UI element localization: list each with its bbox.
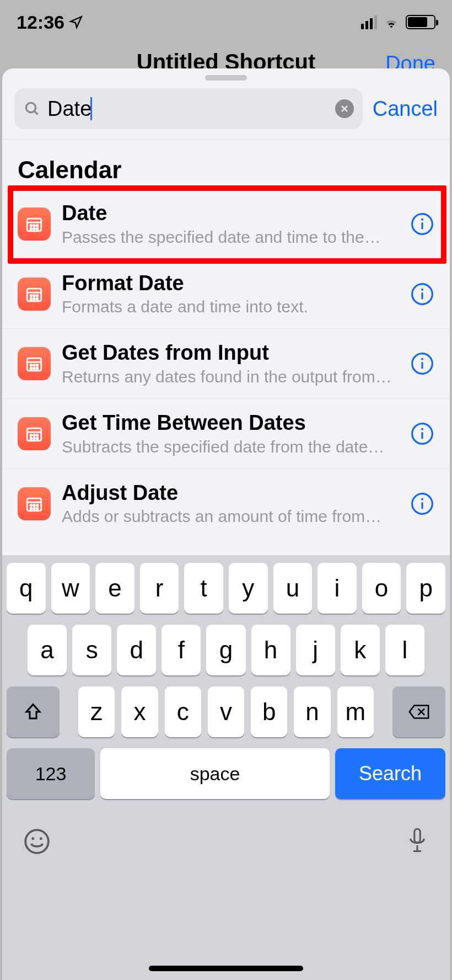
calendar-icon <box>18 487 51 520</box>
svg-line-1 <box>34 111 37 114</box>
key-s[interactable]: s <box>72 625 111 675</box>
svg-point-61 <box>25 830 49 853</box>
key-f[interactable]: f <box>162 625 201 675</box>
key-x[interactable]: x <box>121 686 158 737</box>
keyboard-row-4: 123 space Search <box>7 748 445 799</box>
info-icon[interactable] <box>410 282 434 306</box>
key-j[interactable]: j <box>296 625 335 675</box>
info-icon[interactable] <box>410 422 434 446</box>
svg-point-8 <box>36 225 38 226</box>
key-search[interactable]: Search <box>335 748 445 799</box>
info-icon[interactable] <box>410 351 434 376</box>
key-i[interactable]: i <box>318 563 357 614</box>
svg-point-29 <box>34 365 35 366</box>
info-icon[interactable] <box>410 212 434 236</box>
svg-point-54 <box>34 508 35 509</box>
status-bar: 12:36 <box>0 0 452 44</box>
status-indicators <box>361 15 435 29</box>
key-b[interactable]: b <box>251 686 287 737</box>
key-p[interactable]: p <box>406 563 445 614</box>
calendar-icon <box>18 207 51 241</box>
action-row-format-date[interactable]: Format Date Formats a date and time into… <box>2 259 450 329</box>
key-numeric[interactable]: 123 <box>7 748 95 799</box>
key-t[interactable]: t <box>184 563 223 614</box>
action-subtitle: Subtracts the specified date from the da… <box>62 438 399 456</box>
emoji-icon[interactable] <box>23 828 51 855</box>
cellular-signal-icon <box>361 15 377 29</box>
svg-point-39 <box>30 434 32 436</box>
key-r[interactable]: r <box>140 563 179 614</box>
search-icon <box>23 100 41 118</box>
key-y[interactable]: y <box>229 563 268 614</box>
key-v[interactable]: v <box>208 686 244 737</box>
key-g[interactable]: g <box>206 625 245 675</box>
search-sheet: Date Cancel Calendar Date Passes the s <box>2 68 450 980</box>
key-z[interactable]: z <box>78 686 115 737</box>
action-row-adjust-date[interactable]: Adjust Date Adds or subtracts an amount … <box>2 469 450 539</box>
key-d[interactable]: d <box>117 625 156 675</box>
action-title: Get Dates from Input <box>62 341 399 365</box>
svg-point-42 <box>30 438 32 439</box>
svg-point-11 <box>36 228 38 230</box>
svg-point-47 <box>421 428 423 430</box>
svg-point-36 <box>421 358 423 360</box>
status-time-label: 12:36 <box>17 12 64 33</box>
key-o[interactable]: o <box>362 563 401 614</box>
svg-point-21 <box>34 298 35 300</box>
key-u[interactable]: u <box>273 563 313 614</box>
key-q[interactable]: q <box>7 563 46 614</box>
key-k[interactable]: k <box>341 625 380 675</box>
close-icon <box>340 104 349 113</box>
svg-point-14 <box>421 219 423 221</box>
svg-point-28 <box>30 365 32 366</box>
key-w[interactable]: w <box>51 563 90 614</box>
key-h[interactable]: h <box>251 625 290 675</box>
action-title: Format Date <box>62 271 399 296</box>
svg-point-33 <box>36 368 38 369</box>
search-field[interactable]: Date <box>14 88 363 129</box>
action-row-get-time-between-dates[interactable]: Get Time Between Dates Subtracts the spe… <box>2 399 450 469</box>
keyboard-row-2: a s d f g h j k l <box>7 625 445 675</box>
key-shift[interactable] <box>7 686 60 737</box>
key-space[interactable]: space <box>100 748 330 799</box>
svg-point-25 <box>421 288 423 290</box>
svg-point-22 <box>36 298 38 300</box>
svg-point-55 <box>36 508 38 509</box>
svg-point-62 <box>31 837 34 840</box>
action-row-get-dates-from-input[interactable]: Get Dates from Input Returns any dates f… <box>2 329 450 399</box>
key-l[interactable]: l <box>385 625 424 675</box>
cancel-button[interactable]: Cancel <box>373 97 438 121</box>
keyboard: q w e r t y u i o p a s d f g h j k l <box>2 555 450 980</box>
svg-point-51 <box>34 504 35 506</box>
wifi-icon <box>383 15 400 29</box>
clear-search-button[interactable] <box>335 99 354 118</box>
key-n[interactable]: n <box>294 686 330 737</box>
keyboard-row-1: q w e r t y u i o p <box>7 563 445 614</box>
svg-point-41 <box>36 434 38 436</box>
svg-point-10 <box>34 228 35 230</box>
svg-point-20 <box>30 298 32 300</box>
svg-point-58 <box>421 498 423 500</box>
action-row-date[interactable]: Date Passes the specified date and time … <box>2 189 450 259</box>
svg-rect-64 <box>415 829 421 843</box>
sheet-grabber[interactable] <box>205 75 247 81</box>
results-list: Date Passes the specified date and time … <box>2 189 450 538</box>
backspace-icon <box>408 703 430 721</box>
home-indicator[interactable] <box>149 966 303 971</box>
action-subtitle: Adds or subtracts an amount of time from… <box>62 507 399 526</box>
key-m[interactable]: m <box>337 686 374 737</box>
svg-point-18 <box>34 295 35 296</box>
search-row: Date Cancel <box>2 85 450 140</box>
key-e[interactable]: e <box>95 563 134 614</box>
svg-point-63 <box>40 837 42 840</box>
action-subtitle: Passes the specified date and time to th… <box>62 228 399 247</box>
key-a[interactable]: a <box>28 625 67 675</box>
info-icon[interactable] <box>410 492 434 516</box>
key-c[interactable]: c <box>165 686 201 737</box>
key-backspace[interactable] <box>392 686 445 737</box>
text-cursor <box>90 97 92 120</box>
dictation-icon[interactable] <box>406 827 429 856</box>
svg-point-44 <box>36 438 38 439</box>
action-title: Adjust Date <box>62 481 399 505</box>
status-time: 12:36 <box>17 12 83 33</box>
